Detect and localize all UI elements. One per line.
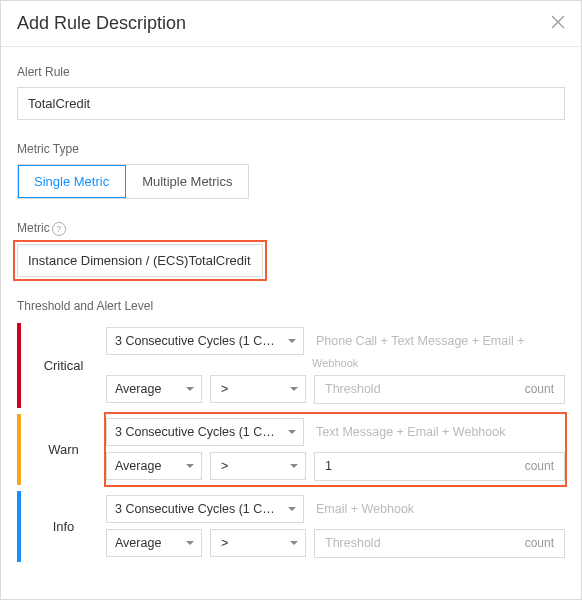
tab-multiple-metrics[interactable]: Multiple Metrics — [126, 165, 248, 198]
aggregation-select[interactable]: Average — [106, 375, 202, 403]
metric-label: Metric — [17, 221, 565, 236]
alert-levels: Critical 3 Consecutive Cycles (1 Cycle .… — [17, 323, 565, 562]
threshold-input[interactable] — [325, 382, 462, 396]
aggregation-select[interactable]: Average — [106, 529, 202, 557]
unit-label: count — [525, 382, 554, 396]
channel-sublabel: Webhook — [312, 357, 358, 369]
threshold-field[interactable]: count — [314, 375, 565, 404]
metric-type-tabs: Single Metric Multiple Metrics — [17, 164, 249, 199]
threshold-input[interactable] — [325, 536, 462, 550]
channel-label: Phone Call + Text Message + Email + — [312, 334, 565, 348]
level-warn: Warn 3 Consecutive Cycles (1 Cycle ... T… — [17, 414, 565, 485]
alert-rule-section: Alert Rule — [17, 65, 565, 120]
operator-select[interactable]: > — [210, 529, 306, 557]
metric-value[interactable]: Instance Dimension / (ECS)TotalCredit — [17, 244, 263, 277]
level-info-body: 3 Consecutive Cycles (1 Cycle ... Email … — [106, 491, 565, 562]
operator-select[interactable]: > — [210, 452, 306, 480]
dialog-header: Add Rule Description — [1, 1, 581, 47]
level-warn-row2: Average > count — [106, 452, 565, 481]
metric-highlight: Instance Dimension / (ECS)TotalCredit — [17, 244, 263, 277]
dialog-title: Add Rule Description — [17, 13, 186, 34]
level-critical-sublabel-row: Webhook — [106, 357, 565, 369]
level-info: Info 3 Consecutive Cycles (1 Cycle ... E… — [17, 491, 565, 562]
tab-single-metric[interactable]: Single Metric — [18, 165, 126, 198]
operator-select[interactable]: > — [210, 375, 306, 403]
level-critical-body: 3 Consecutive Cycles (1 Cycle ... Phone … — [106, 323, 565, 408]
threshold-field[interactable]: count — [314, 452, 565, 481]
dialog: Add Rule Description Alert Rule Metric T… — [0, 0, 582, 600]
level-info-row2: Average > count — [106, 529, 565, 558]
metric-type-section: Metric Type Single Metric Multiple Metri… — [17, 142, 565, 199]
unit-label: count — [525, 459, 554, 473]
metric-type-label: Metric Type — [17, 142, 565, 156]
dialog-body: Alert Rule Metric Type Single Metric Mul… — [1, 47, 581, 572]
level-critical-name: Critical — [21, 323, 106, 408]
cycles-select[interactable]: 3 Consecutive Cycles (1 Cycle ... — [106, 495, 304, 523]
metric-section: Metric Instance Dimension / (ECS)TotalCr… — [17, 221, 565, 277]
threshold-section: Threshold and Alert Level Critical 3 Con… — [17, 299, 565, 562]
aggregation-select[interactable]: Average — [106, 452, 202, 480]
unit-label: count — [525, 536, 554, 550]
level-critical: Critical 3 Consecutive Cycles (1 Cycle .… — [17, 323, 565, 408]
level-warn-body: 3 Consecutive Cycles (1 Cycle ... Text M… — [106, 414, 565, 485]
threshold-section-label: Threshold and Alert Level — [17, 299, 565, 313]
level-info-name: Info — [21, 491, 106, 562]
cycles-select[interactable]: 3 Consecutive Cycles (1 Cycle ... — [106, 327, 304, 355]
level-critical-row1: 3 Consecutive Cycles (1 Cycle ... Phone … — [106, 327, 565, 355]
alert-rule-label: Alert Rule — [17, 65, 565, 79]
threshold-input[interactable] — [325, 459, 462, 473]
level-warn-name: Warn — [21, 414, 106, 485]
level-info-row1: 3 Consecutive Cycles (1 Cycle ... Email … — [106, 495, 565, 523]
channel-label: Email + Webhook — [312, 502, 565, 516]
level-critical-row2: Average > count — [106, 375, 565, 404]
level-warn-row1: 3 Consecutive Cycles (1 Cycle ... Text M… — [106, 418, 565, 446]
channel-label: Text Message + Email + Webhook — [312, 425, 565, 439]
cycles-select[interactable]: 3 Consecutive Cycles (1 Cycle ... — [106, 418, 304, 446]
threshold-field[interactable]: count — [314, 529, 565, 558]
alert-rule-input[interactable] — [17, 87, 565, 120]
close-icon[interactable] — [551, 15, 565, 32]
